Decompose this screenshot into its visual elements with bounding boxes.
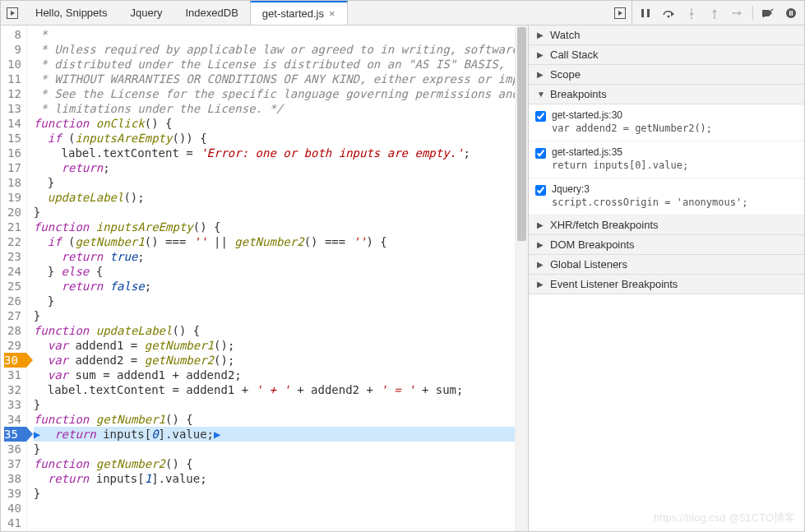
code-line[interactable]: var sum = addend1 + addend2; bbox=[34, 368, 515, 382]
code-line[interactable]: * distributed under the License is distr… bbox=[34, 57, 515, 72]
panel-xhr[interactable]: ▶XHR/fetch Breakpoints bbox=[529, 215, 804, 235]
code-line[interactable]: var addend2 = getNumber2(); bbox=[34, 353, 515, 368]
code-line[interactable]: return; bbox=[34, 160, 515, 175]
tab-hello-snippets[interactable]: Hello, Snippets bbox=[24, 1, 118, 25]
code-line[interactable]: } bbox=[34, 308, 515, 323]
code-line[interactable]: } bbox=[34, 442, 515, 456]
breakpoint-item[interactable]: Jquery:3script.crossOrigin = 'anonymous'… bbox=[529, 178, 804, 215]
scrollbar-thumb[interactable] bbox=[517, 27, 526, 241]
code-line[interactable]: * See the License for the specific langu… bbox=[34, 86, 515, 101]
line-number[interactable]: 21 bbox=[4, 220, 21, 234]
code-line[interactable]: } bbox=[34, 294, 515, 308]
line-number[interactable]: 33 bbox=[4, 397, 21, 412]
code-line[interactable]: function onClick() { bbox=[34, 116, 515, 131]
line-number[interactable]: 20 bbox=[4, 205, 21, 220]
tabbar-left-button[interactable] bbox=[1, 1, 24, 25]
line-number[interactable]: 31 bbox=[4, 368, 21, 382]
tab-jquery[interactable]: Jquery bbox=[118, 1, 173, 25]
line-number[interactable]: 23 bbox=[4, 249, 21, 264]
code-line[interactable]: updateLabel(); bbox=[34, 190, 515, 205]
code-scroll[interactable]: * * Unless required by applicable law or… bbox=[27, 25, 515, 531]
pause-on-exceptions-button[interactable] bbox=[783, 5, 799, 21]
code-line[interactable]: ▶ return inputs[0].value;▶ bbox=[34, 427, 515, 442]
close-icon[interactable]: × bbox=[329, 7, 335, 20]
code-line[interactable]: * bbox=[34, 27, 515, 42]
panel-event[interactable]: ▶Event Listener Breakpoints bbox=[529, 275, 804, 294]
tabbar-right-button[interactable] bbox=[608, 1, 632, 25]
code-line[interactable]: * Unless required by applicable law or a… bbox=[34, 42, 515, 57]
code-line[interactable]: } bbox=[34, 486, 515, 501]
panel-dom[interactable]: ▶DOM Breakpoints bbox=[529, 235, 804, 255]
code-line[interactable]: label.textContent = 'Error: one or both … bbox=[34, 146, 515, 160]
code-line[interactable]: return inputs[1].value; bbox=[34, 471, 515, 486]
line-number[interactable]: 40 bbox=[4, 501, 21, 516]
line-number[interactable]: 13 bbox=[4, 101, 21, 116]
panel-scope[interactable]: ▶Scope bbox=[529, 65, 804, 85]
step-out-button[interactable] bbox=[706, 5, 723, 21]
breakpoint-checkbox[interactable] bbox=[535, 111, 546, 122]
panel-breakpoints[interactable]: ▼Breakpoints bbox=[529, 85, 804, 104]
line-number[interactable]: 38 bbox=[4, 471, 21, 486]
line-number[interactable]: 26 bbox=[4, 294, 21, 308]
step-button[interactable] bbox=[729, 5, 746, 21]
line-number[interactable]: 39 bbox=[4, 486, 21, 501]
line-number[interactable]: 10 bbox=[4, 57, 21, 72]
line-number[interactable]: 11 bbox=[4, 72, 21, 86]
breakpoint-checkbox[interactable] bbox=[535, 185, 546, 196]
step-over-button[interactable] bbox=[660, 5, 677, 21]
line-number[interactable]: 12 bbox=[4, 86, 21, 101]
code-line[interactable]: if (getNumber1() === '' || getNumber2() … bbox=[34, 234, 515, 249]
panel-global[interactable]: ▶Global Listeners bbox=[529, 255, 804, 275]
line-number[interactable]: 9 bbox=[4, 42, 21, 57]
code-line[interactable]: var addend1 = getNumber1(); bbox=[34, 338, 515, 353]
line-number[interactable]: 35 bbox=[4, 427, 26, 442]
breakpoint-checkbox[interactable] bbox=[535, 148, 546, 159]
line-number[interactable]: 24 bbox=[4, 264, 21, 279]
code-line[interactable]: if (inputsAreEmpty()) { bbox=[34, 131, 515, 146]
code-line[interactable]: function updateLabel() { bbox=[34, 323, 515, 338]
panel-watch[interactable]: ▶Watch bbox=[529, 25, 804, 45]
line-number[interactable]: 27 bbox=[4, 308, 21, 323]
line-number[interactable]: 8 bbox=[4, 27, 21, 42]
code-line[interactable]: } bbox=[34, 175, 515, 190]
line-number[interactable]: 41 bbox=[4, 516, 21, 530]
code-line[interactable]: function inputsAreEmpty() { bbox=[34, 220, 515, 234]
code-line[interactable]: label.textContent = addend1 + ' + ' + ad… bbox=[34, 382, 515, 397]
breakpoint-item[interactable]: get-started.js:35return inputs[0].value; bbox=[529, 141, 804, 178]
step-into-button[interactable] bbox=[683, 5, 700, 21]
line-number[interactable]: 16 bbox=[4, 146, 21, 160]
code-line[interactable]: * WITHOUT WARRANTIES OR CONDITIONS OF AN… bbox=[34, 72, 515, 86]
code-line[interactable]: function getNumber1() { bbox=[34, 412, 515, 427]
code-area[interactable]: * * Unless required by applicable law or… bbox=[27, 25, 515, 531]
panel-callstack[interactable]: ▶Call Stack bbox=[529, 45, 804, 65]
tab-get-started-js[interactable]: get-started.js× bbox=[250, 1, 348, 25]
line-number[interactable]: 28 bbox=[4, 323, 21, 338]
code-line[interactable] bbox=[34, 516, 515, 530]
code-line[interactable]: } bbox=[34, 205, 515, 220]
tab-indexeddb[interactable]: IndexedDB bbox=[173, 1, 249, 25]
code-line[interactable]: } bbox=[34, 397, 515, 412]
line-number[interactable]: 15 bbox=[4, 131, 21, 146]
code-line[interactable]: return true; bbox=[34, 249, 515, 264]
line-number[interactable]: 18 bbox=[4, 175, 21, 190]
code-line[interactable]: return false; bbox=[34, 279, 515, 294]
vertical-scrollbar[interactable] bbox=[515, 25, 528, 531]
gutter[interactable]: 8910111213141516171819202122232425262728… bbox=[1, 25, 27, 531]
line-number[interactable]: 29 bbox=[4, 338, 21, 353]
line-number[interactable]: 37 bbox=[4, 456, 21, 471]
line-number[interactable]: 17 bbox=[4, 160, 21, 175]
breakpoint-item[interactable]: get-started.js:30var addend2 = getNumber… bbox=[529, 104, 804, 141]
line-number[interactable]: 30 bbox=[4, 353, 26, 368]
line-number[interactable]: 36 bbox=[4, 442, 21, 456]
resume-button[interactable] bbox=[637, 5, 654, 21]
line-number[interactable]: 34 bbox=[4, 412, 21, 427]
code-line[interactable]: function getNumber2() { bbox=[34, 456, 515, 471]
code-line[interactable] bbox=[34, 501, 515, 516]
deactivate-breakpoints-button[interactable] bbox=[760, 5, 776, 21]
line-number[interactable]: 32 bbox=[4, 382, 21, 397]
code-line[interactable]: * limitations under the License. */ bbox=[34, 101, 515, 116]
line-number[interactable]: 25 bbox=[4, 279, 21, 294]
line-number[interactable]: 14 bbox=[4, 116, 21, 131]
code-line[interactable]: } else { bbox=[34, 264, 515, 279]
line-number[interactable]: 19 bbox=[4, 190, 21, 205]
